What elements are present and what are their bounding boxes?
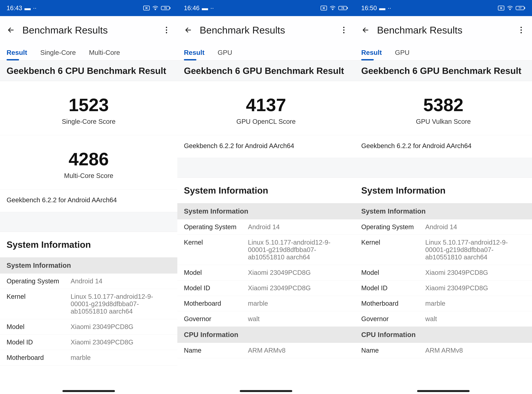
tab-result[interactable]: Result xyxy=(0,49,34,60)
home-indicator[interactable] xyxy=(63,390,115,392)
svg-text:78: 78 xyxy=(341,7,344,10)
table-row: ModelXiaomi 23049PCD8G xyxy=(355,265,532,280)
battery-icon: 77 xyxy=(516,5,525,10)
more-button[interactable] xyxy=(516,25,526,35)
page-title: Benchmark Results xyxy=(22,25,162,36)
phone-screen-1: 16:43 ▬ ·· 78 Benchmark Results Result S… xyxy=(0,0,177,394)
table-row: Model IDXiaomi 23049PCD8G xyxy=(355,280,532,296)
score-block-gpu: 4137 GPU OpenCL Score xyxy=(177,81,355,135)
row-key: Motherboard xyxy=(184,300,248,307)
status-bar: 16:43 ▬ ·· 78 xyxy=(0,0,177,16)
row-val: Xiaomi 23049PCD8G xyxy=(71,323,171,331)
score-block-multi: 4286 Multi-Core Score xyxy=(0,135,177,189)
cpu-info-subheader: CPU Information xyxy=(177,327,355,343)
sim-icon: ▬ xyxy=(379,5,385,12)
result-title: Geekbench 6 GPU Benchmark Result xyxy=(355,60,532,81)
page-title: Benchmark Results xyxy=(200,25,339,36)
row-val: Android 14 xyxy=(248,223,348,231)
status-time: 16:50 xyxy=(361,5,377,12)
tab-gpu[interactable]: GPU xyxy=(388,49,416,60)
table-row: ModelXiaomi 23049PCD8G xyxy=(177,265,355,280)
back-button[interactable] xyxy=(183,25,193,35)
table-row: Motherboardmarble xyxy=(355,296,532,311)
system-info-subheader: System Information xyxy=(0,257,177,274)
table-row: Operating SystemAndroid 14 xyxy=(0,274,177,289)
row-key: Model xyxy=(184,269,248,276)
row-val: Xiaomi 23049PCD8G xyxy=(71,338,171,346)
table-row: NameARM ARMv8 xyxy=(177,343,355,358)
tab-result[interactable]: Result xyxy=(177,49,211,60)
svg-point-11 xyxy=(343,27,344,28)
home-indicator[interactable] xyxy=(240,390,292,392)
phone-screen-3: 16:50 ▬ ·· 77 Benchmark Results Result G… xyxy=(355,0,532,394)
status-bar: 16:50 ▬ ·· 77 xyxy=(355,0,532,16)
section-gap xyxy=(355,158,532,178)
svg-point-20 xyxy=(521,32,522,33)
phone-screen-2: 16:46 ▬ ·· 78 Benchmark Results Result G… xyxy=(177,0,355,394)
table-row: Model IDXiaomi 23049PCD8G xyxy=(0,335,177,350)
row-val: Xiaomi 23049PCD8G xyxy=(425,269,525,276)
table-row: Motherboardmarble xyxy=(0,350,177,365)
home-indicator[interactable] xyxy=(417,390,469,392)
system-info-heading: System Information xyxy=(0,232,177,257)
table-row: NameARM ARMv8 xyxy=(355,343,532,358)
version-text: Geekbench 6.2.2 for Android AArch64 xyxy=(177,135,355,158)
page-title: Benchmark Results xyxy=(377,25,516,36)
gpu-score: 4137 xyxy=(177,96,355,114)
gpu-score-label: GPU Vulkan Score xyxy=(355,118,532,125)
close-box-icon xyxy=(143,5,150,10)
system-info-heading: System Information xyxy=(355,178,532,203)
cpu-info-subheader: CPU Information xyxy=(355,327,532,343)
system-info-subheader: System Information xyxy=(177,203,355,219)
row-val: marble xyxy=(248,300,348,307)
row-key: Governor xyxy=(361,315,425,323)
svg-point-13 xyxy=(343,32,344,33)
multi-core-score: 4286 xyxy=(0,150,177,168)
table-row: ModelXiaomi 23049PCD8G xyxy=(0,319,177,335)
version-text: Geekbench 6.2.2 for Android AArch64 xyxy=(355,135,532,158)
single-core-label: Single-Core Score xyxy=(0,118,177,125)
score-block-gpu: 5382 GPU Vulkan Score xyxy=(355,81,532,135)
table-row: Governorwalt xyxy=(177,311,355,327)
status-dots: ·· xyxy=(210,5,214,12)
svg-text:77: 77 xyxy=(519,7,522,10)
svg-point-18 xyxy=(521,27,522,28)
table-row: Model IDXiaomi 23049PCD8G xyxy=(177,280,355,296)
row-key: Operating System xyxy=(361,223,425,231)
more-button[interactable] xyxy=(339,25,349,35)
score-block-single: 1523 Single-Core Score xyxy=(0,81,177,135)
row-key: Name xyxy=(184,347,248,354)
result-title: Geekbench 6 CPU Benchmark Result xyxy=(0,60,177,81)
back-button[interactable] xyxy=(360,25,370,35)
svg-point-12 xyxy=(343,29,344,31)
more-button[interactable] xyxy=(162,25,172,35)
row-val: Xiaomi 23049PCD8G xyxy=(248,284,348,292)
table-row: Operating SystemAndroid 14 xyxy=(177,219,355,235)
sim-icon: ▬ xyxy=(202,5,208,12)
app-bar: Benchmark Results xyxy=(177,16,355,44)
close-box-icon xyxy=(498,5,504,10)
result-title: Geekbench 6 GPU Benchmark Result xyxy=(177,60,355,81)
table-row: KernelLinux 5.10.177-android12-9-00001-g… xyxy=(177,235,355,265)
single-core-score: 1523 xyxy=(0,96,177,114)
svg-point-19 xyxy=(521,29,522,31)
svg-text:78: 78 xyxy=(164,7,167,10)
gpu-score: 5382 xyxy=(355,96,532,114)
row-val: Android 14 xyxy=(425,223,525,231)
section-gap xyxy=(0,212,177,232)
tab-gpu[interactable]: GPU xyxy=(211,49,239,60)
status-time: 16:43 xyxy=(7,5,22,12)
row-key: Operating System xyxy=(184,223,248,231)
row-val: ARM ARMv8 xyxy=(425,347,525,354)
wifi-icon xyxy=(507,5,513,10)
row-key: Model ID xyxy=(361,284,425,292)
row-key: Kernel xyxy=(7,293,71,315)
multi-core-label: Multi-Core Score xyxy=(0,172,177,179)
back-button[interactable] xyxy=(6,25,16,35)
battery-icon: 78 xyxy=(338,5,348,10)
wifi-icon xyxy=(152,5,159,10)
tab-single-core[interactable]: Single-Core xyxy=(34,49,83,60)
tab-result[interactable]: Result xyxy=(355,49,388,60)
tab-multi-core[interactable]: Multi-Core xyxy=(83,49,127,60)
svg-point-5 xyxy=(166,29,167,31)
